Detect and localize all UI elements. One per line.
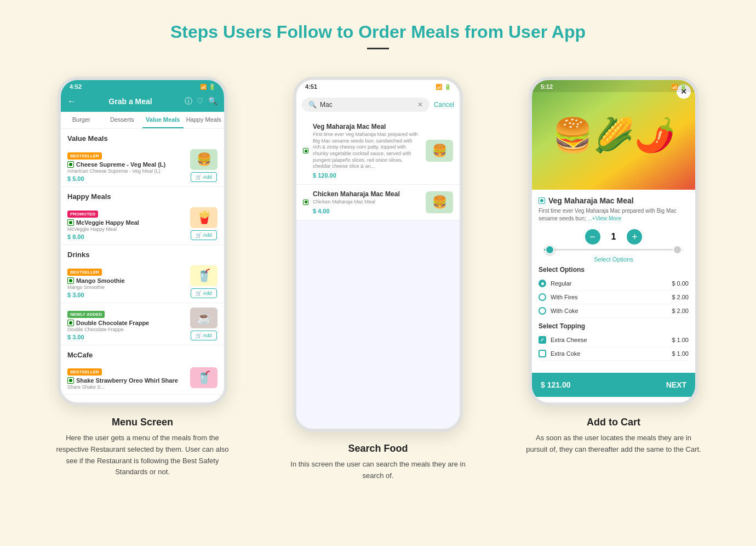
slider-row xyxy=(539,249,689,251)
phone-shell-1: 4:52 📶 🔋 ← Grab a Meal ⓘ ♡ 🔍 xyxy=(58,77,227,406)
search-empty xyxy=(296,220,460,429)
topping-cheese[interactable]: ✓ Extra Cheese $ 1.00 xyxy=(539,333,689,347)
topping-price-extra-coke: $ 1.00 xyxy=(672,350,689,357)
page-wrapper: Steps Users Follow to Order Meals from U… xyxy=(0,0,756,514)
badge-bestseller-2: BESTSELLER xyxy=(67,269,102,276)
option-price-regular: $ 0.00 xyxy=(672,280,689,287)
option-regular[interactable]: Regular $ 0.00 xyxy=(539,277,689,291)
option-left-regular: Regular xyxy=(539,280,572,287)
item-name-frappe: Double Chocolate Frappe xyxy=(67,320,190,326)
result-name-1: Veg Maharaja Mac Meal xyxy=(313,123,421,130)
item-price-mcveggie: $ 8.00 xyxy=(67,234,190,240)
item-name-mango: Mango Smoothie xyxy=(67,277,190,284)
search-bar: 🔍 Mac ✕ Cancel xyxy=(296,92,460,117)
veg-icon-4 xyxy=(67,320,74,326)
slider-thumb-left[interactable] xyxy=(545,245,554,254)
result-price-1: $ 120.00 xyxy=(313,172,421,179)
topping-extra-coke[interactable]: Extra Coke $ 1.00 xyxy=(539,347,689,361)
view-more[interactable]: ...+View More xyxy=(588,215,621,221)
label-title-1: Menu Screen xyxy=(55,417,230,428)
page-title: Steps Users Follow to Order Meals from U… xyxy=(33,22,723,42)
section-mccafe: McCafe xyxy=(61,345,224,361)
options-section-title: Select Options xyxy=(539,266,689,274)
add-btn-4[interactable]: 🛒 Add xyxy=(191,331,216,340)
radio-regular[interactable] xyxy=(539,280,546,287)
quantity-row: − 1 + xyxy=(539,229,689,244)
info-icon[interactable]: ⓘ xyxy=(185,96,192,106)
item-desc-shake: Share Shake S... xyxy=(67,384,190,390)
phones-row: 4:52 📶 🔋 ← Grab a Meal ⓘ ♡ 🔍 xyxy=(33,77,723,481)
tab-burger[interactable]: Burger xyxy=(61,112,102,128)
veg-icon-cart xyxy=(539,197,545,204)
veg-icon-2 xyxy=(67,219,74,226)
cart-item-name: Veg Maharaja Mac Meal xyxy=(539,196,689,205)
label-desc-3: As soon as the user locates the meals th… xyxy=(526,433,701,456)
menu-content: Value Meals BESTSELLER Cheese Supreme - … xyxy=(61,129,224,395)
cart-item-desc: First time ever Veg Maharaja Mac prepare… xyxy=(539,207,689,223)
screen1-header: ← Grab a Meal ⓘ ♡ 🔍 xyxy=(61,92,224,112)
menu-item-right-2: 🍟 🛒 Add xyxy=(190,207,217,240)
checkbox-cheese[interactable]: ✓ xyxy=(539,336,546,344)
menu-item-left-2: PROMOTED McVeggie Happy Meal McVeggie Ha… xyxy=(67,208,190,240)
wifi-icon-3: 📶 xyxy=(671,84,678,90)
food-thumb-3: 🥤 xyxy=(190,265,217,286)
badge-bestseller-3: BESTSELLER xyxy=(67,368,102,376)
phone-notch-2: 4:51 📶 🔋 xyxy=(296,80,460,92)
slider-thumb-right[interactable] xyxy=(673,245,682,254)
option-name-regular: Regular xyxy=(551,280,572,287)
next-btn[interactable]: NEXT xyxy=(666,380,686,389)
item-price-frappe: $ 3.00 xyxy=(67,334,190,340)
back-arrow-1[interactable]: ← xyxy=(67,96,76,106)
checkbox-extra-coke[interactable] xyxy=(539,350,546,357)
item-name-mcveggie: McVeggie Happy Meal xyxy=(67,219,190,226)
menu-item-shake: BESTSELLER Shake Strawberry Oreo Whirl S… xyxy=(61,361,224,395)
add-btn-1[interactable]: 🛒 Add xyxy=(191,172,216,182)
menu-item-mango: BESTSELLER Mango Smoothie Mango Smoothie… xyxy=(61,261,224,303)
slider-track[interactable] xyxy=(544,249,683,251)
phone-column-1: 4:52 📶 🔋 ← Grab a Meal ⓘ ♡ 🔍 xyxy=(33,77,252,478)
search-text: Mac xyxy=(320,101,414,109)
menu-item-right-5: 🥤 xyxy=(190,367,217,388)
qty-plus[interactable]: + xyxy=(627,229,642,244)
cart-total: $ 121.00 xyxy=(541,380,571,389)
result-thumb-1: 🍔 xyxy=(426,140,453,162)
select-options-label[interactable]: Select Options xyxy=(539,256,689,263)
menu-item-right-4: ☕ 🛒 Add xyxy=(190,308,217,340)
option-fires[interactable]: With Fires $ 2.00 xyxy=(539,291,689,304)
heart-icon[interactable]: ♡ xyxy=(197,96,204,106)
label-title-2: Search Food xyxy=(290,443,466,454)
result-name-2: Chicken Maharaja Mac Meal xyxy=(313,190,421,198)
battery-icon-1: 🔋 xyxy=(209,84,215,90)
search-input-wrapper[interactable]: 🔍 Mac ✕ xyxy=(302,98,429,112)
radio-coke[interactable] xyxy=(539,307,546,315)
item-desc-frappe: Double Chocolate Frappe xyxy=(67,327,190,332)
add-btn-3[interactable]: 🛒 Add xyxy=(191,288,216,298)
search-results: Veg Maharaja Mac Meal First time ever Ve… xyxy=(296,117,460,220)
topping-name-cheese: Extra Cheese xyxy=(551,337,587,343)
result-veg-2 xyxy=(303,200,308,205)
radio-fires[interactable] xyxy=(539,293,546,301)
search-clear[interactable]: ✕ xyxy=(417,101,423,109)
tab-desserts[interactable]: Desserts xyxy=(102,112,143,128)
topping-left-extra-coke: Extra Coke xyxy=(539,350,580,357)
search-icon-1[interactable]: 🔍 xyxy=(208,96,217,106)
cancel-btn[interactable]: Cancel xyxy=(434,101,454,109)
tab-value-meals[interactable]: Value Meals xyxy=(142,112,184,128)
tab-happy-meals[interactable]: Happy Meals xyxy=(184,112,225,128)
phone-column-3: 5:12 📶 🔋 🍔🌽🌶️ ✕ xyxy=(504,77,723,456)
menu-item-cheese: BESTSELLER Cheese Supreme - Veg Meal (L)… xyxy=(61,145,224,187)
veg-icon-5 xyxy=(67,377,74,384)
add-btn-2[interactable]: 🛒 Add xyxy=(191,230,216,240)
option-price-fires: $ 2.00 xyxy=(672,294,689,300)
phone-shell-2: 4:51 📶 🔋 🔍 Mac ✕ Cancel xyxy=(293,77,463,432)
result-desc-2: Chicken Maharaja Mac Meal xyxy=(313,199,421,206)
option-coke[interactable]: With Coke $ 2.00 xyxy=(539,304,689,318)
item-desc-mango: Mango Smoothie xyxy=(67,285,190,290)
food-image: 🍔🌽🌶️ ✕ xyxy=(532,80,695,190)
item-name-shake: Shake Strawberry Oreo Whirl Share xyxy=(67,377,190,384)
battery-icon-3: 🔋 xyxy=(680,84,686,90)
badge-bestseller-1: BESTSELLER xyxy=(67,152,102,160)
qty-minus[interactable]: − xyxy=(585,229,600,244)
topping-name-extra-coke: Extra Coke xyxy=(551,350,580,357)
label-desc-1: Here the user gets a menu of the meals f… xyxy=(55,433,230,478)
